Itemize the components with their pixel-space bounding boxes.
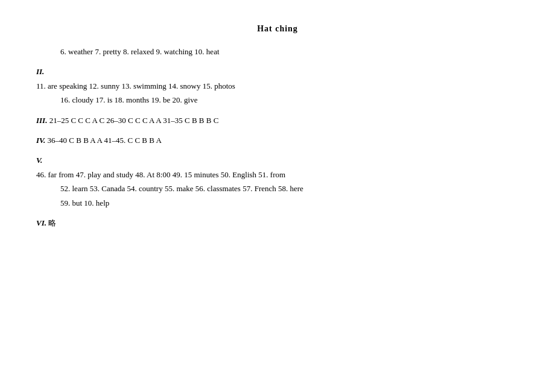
section-III: III. 21–25 C C C A C 26–30 C C C A A 31–… (36, 113, 519, 127)
section-VI-label: VI. (36, 218, 48, 227)
section-VI: VI. 略 (36, 216, 519, 230)
section-V-line-3: 59. but 10. help (36, 196, 519, 210)
section-V: V. 46. far from 47. play and study 48. A… (36, 153, 519, 210)
section-II-line-1: 11. are speaking 12. sunny 13. swimming … (36, 79, 519, 93)
section-implicit: 6. weather 7. pretty 8. relaxed 9. watch… (36, 45, 519, 58)
section-IV-label: IV. (36, 136, 48, 145)
section-V-label: V. (36, 156, 42, 165)
section-III-label: III. (36, 116, 49, 125)
section-II: II. 11. are speaking 12. sunny 13. swimm… (36, 65, 519, 107)
section-II-line-2: 16. cloudy 17. is 18. months 19. be 20. … (36, 93, 519, 107)
section-III-line-1: 21–25 C C C A C 26–30 C C C A A 31–35 C … (49, 116, 219, 125)
section-IV: IV. 36–40 C B B A A 41–45. C C B B A (36, 133, 519, 147)
page-title: Hat ching (36, 24, 519, 34)
section-II-label: II. (36, 67, 44, 76)
section-implicit-line-1: 6. weather 7. pretty 8. relaxed 9. watch… (36, 45, 519, 58)
section-V-line-2: 52. learn 53. Canada 54. country 55. mak… (36, 182, 519, 195)
section-V-line-1: 46. far from 47. play and study 48. At 8… (36, 168, 519, 182)
section-IV-line-1: 36–40 C B B A A 41–45. C C B B A (48, 136, 162, 145)
page-container: Hat ching 6. weather 7. pretty 8. relaxe… (0, 0, 555, 260)
section-VI-line-1: 略 (48, 218, 56, 227)
